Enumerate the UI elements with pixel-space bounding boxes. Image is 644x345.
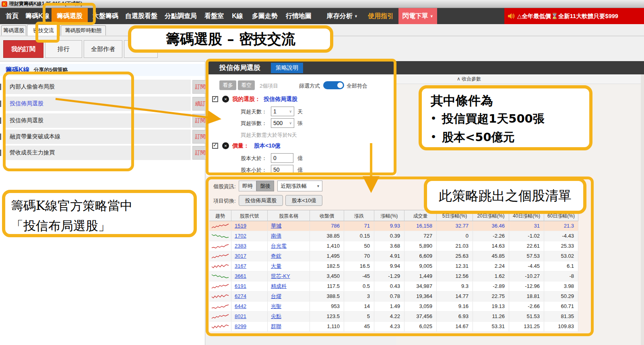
- column-header[interactable]: 收盤價: [310, 210, 344, 221]
- table-row[interactable]: 3167大量182.516.59.949,00512.312.24-4.456.…: [209, 261, 578, 271]
- bull-button[interactable]: 看多: [219, 80, 236, 90]
- stock-code-link[interactable]: 3661: [231, 271, 268, 281]
- subscribe-button[interactable]: 訂閱: [192, 80, 208, 94]
- toolbar-button-排行[interactable]: 排行: [45, 40, 82, 58]
- stock-name-link[interactable]: 尖點: [268, 312, 310, 321]
- stock-name-link[interactable]: 世芯-KY: [268, 271, 310, 281]
- capital-gt-input[interactable]: 0: [271, 153, 293, 163]
- stock-code-link[interactable]: 8021: [231, 312, 268, 321]
- subtab-籌碼選股[interactable]: 籌碼選股: [1, 25, 26, 35]
- table-row[interactable]: 1519華城786719.9316,15832.7736.463121.3: [209, 221, 578, 231]
- strategy-list-item[interactable]: 內部人偷偷布局股: [6, 80, 191, 94]
- value-cell: 14.63: [473, 241, 509, 251]
- stock-name-link[interactable]: 大量: [268, 261, 310, 271]
- subscribe-button[interactable]: 續訂: [192, 97, 208, 111]
- switch-capital-button[interactable]: 股本<10億: [285, 195, 322, 206]
- main-nav-bar: △全年最低價⌛全新11大軟體只要$999 首頁籌碼K線籌碼選股大盤籌碼自選股看盤…: [0, 8, 644, 24]
- nav-item-看盤室[interactable]: 看盤室: [202, 8, 227, 24]
- strategy-list-item[interactable]: 融資帶量突破成本線: [6, 129, 191, 144]
- strategy-explain-button[interactable]: 策略說明: [271, 63, 303, 73]
- nav-item-籌碼K線[interactable]: 籌碼K線: [23, 8, 52, 24]
- stock-name-link[interactable]: 南僑: [268, 231, 310, 241]
- stock-code-link[interactable]: 1702: [231, 231, 268, 241]
- switch-strategy-button[interactable]: 投信佈局選股: [239, 195, 283, 206]
- nav-item-庫存分析[interactable]: 庫存分析∨: [322, 8, 362, 24]
- column-header[interactable]: 股票代號: [231, 210, 268, 221]
- vertical-scrollbar[interactable]: [641, 74, 644, 345]
- stock-code-link[interactable]: 6191: [231, 281, 268, 291]
- nav-item-行情地圖[interactable]: 行情地圖: [283, 8, 314, 24]
- filter-mode-toggle[interactable]: [323, 81, 344, 89]
- nav-item-閃電下單[interactable]: 閃電下單∨: [398, 8, 437, 24]
- stock-name-link[interactable]: 華城: [268, 221, 310, 231]
- strategy-list-item[interactable]: 投信佈局選股: [6, 113, 191, 128]
- stock-name-link[interactable]: 台燿: [268, 292, 310, 301]
- column-header[interactable]: 趨勢: [209, 210, 231, 221]
- stock-code-link[interactable]: 2383: [231, 241, 268, 251]
- subtab-密技交流[interactable]: 密技交流: [27, 25, 60, 36]
- condition2-remove-icon[interactable]: ✕: [222, 142, 229, 149]
- stock-name-link[interactable]: 奇鋐: [268, 251, 310, 261]
- stock-name-link[interactable]: 群聯: [268, 322, 310, 331]
- subscribe-button[interactable]: 訂閱: [192, 130, 208, 144]
- buy-days-select[interactable]: 1∨: [271, 107, 294, 116]
- stock-code-link[interactable]: 6274: [231, 292, 268, 301]
- condition1-value-link[interactable]: 投信佈局選股: [264, 96, 297, 103]
- stock-name-link[interactable]: 精成科: [268, 281, 310, 291]
- nav-item-使用指引[interactable]: 使用指引: [365, 8, 396, 24]
- table-row[interactable]: 1702南僑38.850.150.397270-2.26-1.02-4.43: [209, 231, 578, 241]
- stock-code-link[interactable]: 1519: [231, 221, 268, 231]
- toolbar-button-我的訂閱[interactable]: 我的訂閱: [3, 40, 43, 58]
- promo-banner[interactable]: △全年最低價⌛全新11大軟體只要$999: [504, 8, 644, 24]
- buy-lots-select[interactable]: 500∨: [271, 118, 294, 128]
- toolbar-button-全部作者[interactable]: 全部作者: [84, 40, 122, 58]
- capital-lt-input[interactable]: 50: [271, 165, 293, 175]
- brand-link[interactable]: 籌碼K線: [6, 66, 30, 74]
- table-row[interactable]: 8021尖點123.554.2237,4566.9311.2651.5381.3…: [209, 312, 578, 322]
- subscribe-button[interactable]: 訂閱: [192, 146, 208, 160]
- nav-item-籌碼選股[interactable]: 籌碼選股: [52, 8, 88, 24]
- collapse-params-bar[interactable]: ∧ 收合參數: [396, 74, 641, 84]
- subscribe-button[interactable]: 訂閱: [192, 114, 208, 127]
- table-row[interactable]: 6191精成科117.50.50.4334,9879.3-2.89-12.963…: [209, 281, 578, 292]
- column-header[interactable]: 漲幅(%): [374, 210, 405, 221]
- strategy-list-item[interactable]: 營收成長主力搶買: [6, 146, 191, 160]
- value-cell: 182.5: [310, 261, 344, 271]
- table-row[interactable]: 3017奇鋐1,495704.916,60925.6345.8557.5353.…: [209, 251, 578, 261]
- nav-item-多圖走勢[interactable]: 多圖走勢: [249, 8, 281, 24]
- condition1-checkbox[interactable]: [212, 96, 218, 102]
- table-row[interactable]: 8299群聯1,110454.236,02514.6753.31131.2510…: [209, 322, 578, 332]
- table-row[interactable]: 3661世芯-KY3,450-45-1.291,44912.561.62-10.…: [209, 271, 578, 281]
- nav-item-大盤籌碼[interactable]: 大盤籌碼: [90, 8, 121, 24]
- column-header[interactable]: 漲跌: [344, 210, 374, 221]
- stock-code-link[interactable]: 3017: [231, 251, 268, 261]
- realtime-button[interactable]: 即時: [239, 181, 256, 191]
- toggle-knob: [337, 82, 343, 88]
- column-header[interactable]: 股票名稱: [268, 210, 310, 221]
- afterhours-button[interactable]: 盤後: [256, 181, 274, 191]
- strategy-list-item[interactable]: 投信佈局選股: [6, 97, 191, 111]
- subtab-籌碼股即時動態[interactable]: 籌碼股即時動態: [61, 25, 106, 35]
- condition2-value-link[interactable]: 股本<10億: [254, 142, 281, 150]
- nav-item-自選股看盤[interactable]: 自選股看盤: [123, 8, 160, 24]
- condition1-remove-icon[interactable]: ✕: [222, 96, 229, 103]
- table-row[interactable]: 2383台光電1,410503.685,89021.0314.6322.6125…: [209, 241, 578, 251]
- bear-button[interactable]: 看空: [238, 80, 255, 90]
- sparkline-icon: [211, 263, 229, 269]
- stock-code-link[interactable]: 3167: [231, 261, 268, 271]
- nav-item-K線[interactable]: K線: [228, 8, 247, 24]
- strategy-name-link[interactable]: 投信佈局選股: [10, 100, 43, 107]
- stock-code-link[interactable]: 6442: [231, 302, 268, 311]
- range-dropdown-value: 近期漲跌幅: [281, 183, 307, 190]
- table-row[interactable]: 6442光聖953141.493,0599.1619.13-2.6660.71: [209, 302, 578, 312]
- row-tick: [0, 84, 1, 90]
- condition2-checkbox[interactable]: [212, 143, 218, 149]
- stock-name-link[interactable]: 光聖: [268, 302, 310, 311]
- stock-code-link[interactable]: 8299: [231, 322, 268, 331]
- sparkline-icon: [211, 303, 229, 310]
- stock-name-link[interactable]: 台光電: [268, 241, 310, 251]
- range-dropdown[interactable]: 近期漲跌幅▾: [277, 181, 322, 191]
- nav-item-分點調查局[interactable]: 分點調查局: [162, 8, 200, 24]
- nav-item-首頁[interactable]: 首頁: [3, 8, 21, 24]
- table-row[interactable]: 6274台燿388.530.7819,36414.7722.7518.8150.…: [209, 292, 578, 302]
